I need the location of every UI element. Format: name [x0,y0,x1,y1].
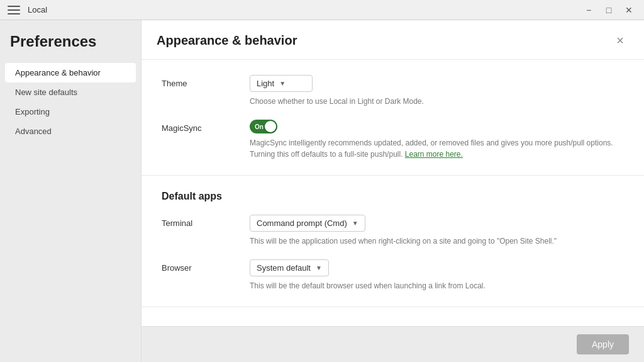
magicsync-toggle-label: On [255,123,264,130]
content-area: Appearance & behavior × Theme Light ▼ [141,20,644,362]
magicsync-learn-more-link[interactable]: Learn more here. [405,150,463,159]
sidebar-title: Preferences [0,33,141,63]
window-close-button[interactable]: ✕ [621,3,636,18]
sidebar-item-appearance[interactable]: Appearance & behavior [5,63,136,82]
browser-label: Browser [162,259,250,273]
dialog-close-button[interactable]: × [611,31,629,49]
sidebar: Preferences Appearance & behavior New si… [0,20,141,362]
magicsync-label: MagicSync [162,120,250,133]
browser-dropdown[interactable]: System default ▼ [250,259,329,276]
browser-description: This will be the default browser used wh… [250,280,614,291]
terminal-label: Terminal [162,215,250,228]
default-apps-title: Default apps [162,191,624,202]
appearance-section: Theme Light ▼ Choose whether to use Loca… [142,60,644,176]
menu-icon[interactable] [8,6,20,14]
minimize-button[interactable]: − [581,3,596,18]
app-container: Preferences Appearance & behavior New si… [0,20,644,362]
preferences-dialog: Appearance & behavior × Theme Light ▼ [141,20,644,362]
browser-field-content: System default ▼ This will be the defaul… [250,259,624,291]
sidebar-item-new-site-defaults[interactable]: New site defaults [5,82,136,102]
magicsync-description: MagicSync intelligently recommends updat… [250,137,614,160]
terminal-dropdown[interactable]: Command prompt (Cmd) ▼ [250,215,365,232]
sidebar-nav: Appearance & behavior New site defaults … [0,63,141,141]
theme-description: Choose whether to use Local in Light or … [250,96,614,107]
magicsync-toggle-track: On [250,120,277,133]
dialog-body: Theme Light ▼ Choose whether to use Loca… [142,60,644,326]
theme-label: Theme [162,75,250,88]
dialog-footer: Apply [142,326,644,362]
app-title: Local [28,5,47,14]
terminal-dropdown-arrow-icon: ▼ [352,220,358,227]
theme-field-content: Light ▼ Choose whether to use Local in L… [250,75,624,107]
magicsync-toggle-thumb [265,121,276,132]
magicsync-field-content: On MagicSync intelligently recommends up… [250,120,624,160]
terminal-description: This will be the application used when r… [250,235,614,247]
maximize-button[interactable]: □ [601,3,616,18]
magicsync-toggle[interactable]: On [250,120,277,133]
apply-button[interactable]: Apply [577,334,629,354]
titlebar: Local − □ ✕ [0,0,644,20]
window-controls: − □ ✕ [581,3,636,18]
default-apps-section: Default apps Terminal Command prompt (Cm… [142,176,644,307]
dialog-header: Appearance & behavior × [142,20,644,60]
browser-dropdown-value: System default [257,263,311,273]
terminal-field-content: Command prompt (Cmd) ▼ This will be the … [250,215,624,247]
sidebar-item-exporting[interactable]: Exporting [5,102,136,122]
theme-dropdown-arrow-icon: ▼ [279,80,286,87]
browser-dropdown-arrow-icon: ▼ [316,264,322,271]
theme-field-row: Theme Light ▼ Choose whether to use Loca… [162,75,624,107]
sidebar-item-advanced[interactable]: Advanced [5,122,136,141]
theme-dropdown-value: Light [257,79,274,88]
browser-field-row: Browser System default ▼ This will be th… [162,259,624,291]
terminal-field-row: Terminal Command prompt (Cmd) ▼ This wil… [162,215,624,247]
dialog-title: Appearance & behavior [157,33,297,48]
magicsync-field-row: MagicSync On MagicSync intelligently rec… [162,120,624,160]
terminal-dropdown-value: Command prompt (Cmd) [257,218,347,228]
theme-dropdown[interactable]: Light ▼ [250,75,313,92]
